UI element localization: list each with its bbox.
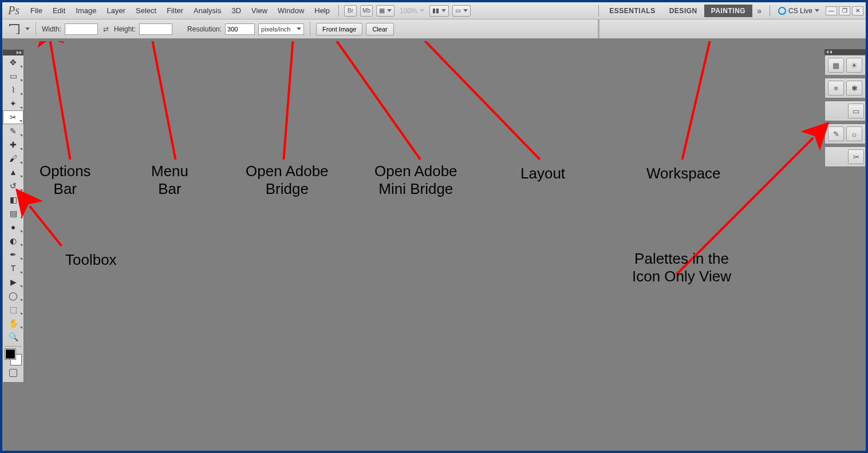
toolbox-collapse-header[interactable] [3,50,23,55]
palette-icon[interactable]: ▦ [828,58,844,73]
palette-group: ▭ [824,101,866,121]
palette-icon[interactable]: ≡ [828,81,844,96]
chevron-down-icon [387,9,392,12]
open-bridge-button[interactable]: Br [344,5,357,17]
zoom-tool[interactable]: 🔍 [3,330,23,344]
pen-tool[interactable]: ✒ [3,248,23,261]
palettes-expand-header[interactable] [824,49,866,55]
palette-group: ✂ [824,146,866,167]
chevron-down-icon[interactable] [25,27,30,30]
menu-view[interactable]: View [246,6,273,15]
path-select-tool[interactable]: ▶ [3,275,23,289]
svg-line-6 [30,206,62,246]
resolution-unit-dropdown[interactable]: pixels/inch [258,23,304,35]
color-swatches[interactable] [5,349,21,365]
palette-group: ▦ ☀ [824,55,866,76]
menu-file[interactable]: File [25,6,48,15]
window-close-button[interactable]: ✕ [852,6,863,15]
crop-tool-icon[interactable] [7,23,22,35]
menu-bar: Ps File Edit Image Layer Select Filter A… [2,2,866,19]
cs-live-icon [778,7,786,15]
foreground-color-swatch[interactable] [5,349,15,359]
clear-button[interactable]: Clear [366,23,393,35]
resolution-input[interactable] [225,23,255,35]
menu-edit[interactable]: Edit [48,6,70,15]
svg-line-1 [147,41,176,160]
menu-3d[interactable]: 3D [226,6,246,15]
zoom-readout[interactable]: 100% [396,7,428,15]
annotation-layout: Layout [520,165,565,182]
screen-mode-dropdown[interactable]: ▮▮ [429,5,449,17]
palettes-dock: ▦ ☀ ≡ ✱ ▭ ✎ ☼ ✂ [824,49,866,169]
arrange-dropdown[interactable]: ▭ [452,5,471,17]
menu-select[interactable]: Select [131,6,161,15]
separator [338,5,339,17]
screen-icon: ▮▮ [432,7,439,14]
annotation-workspace: Workspace [646,165,721,182]
palette-icon[interactable]: ✂ [848,149,864,164]
menu-help[interactable]: Help [309,6,335,15]
3d-tool[interactable]: ⬚ [3,303,23,316]
annotation-menu-bar: MenuBar [151,162,188,198]
menu-image[interactable]: Image [70,6,101,15]
svg-line-5 [682,41,717,160]
options-bar: Width: ⇄ Height: Resolution: pixels/inch… [2,19,866,39]
separator [35,22,36,36]
move-tool[interactable]: ✥ [3,55,23,69]
lasso-tool[interactable]: ⌇ [3,83,23,97]
window-minimize-button[interactable]: — [826,6,837,15]
resolution-label: Resolution: [187,25,222,33]
quick-mask-toggle[interactable] [3,367,23,379]
eyedropper-tool[interactable]: ✎ [3,124,23,138]
arrange-icon: ▭ [455,7,461,14]
layout-dropdown[interactable]: ▦ [376,5,394,17]
toolbox-panel: ✥ ▭ ⌇ ✦ ✂ ✎ ✚ 🖌 ▲ ↺ ◧ ▤ ● ◐ ✒ T ▶ ◯ ⬚ ✋ … [2,49,24,383]
workspace-tab-essentials[interactable]: ESSENTIALS [602,5,662,17]
svg-line-4 [397,41,540,160]
healing-tool[interactable]: ✚ [3,138,23,152]
annotation-mini-bridge: Open AdobeMini Bridge [374,162,457,198]
gradient-tool[interactable]: ▤ [3,206,23,220]
wand-tool[interactable]: ✦ [3,97,23,110]
cs-live-button[interactable]: CS Live [774,7,824,15]
palette-icon[interactable]: ☀ [846,58,862,73]
palette-group: ✎ ☼ [824,124,866,144]
shape-tool[interactable]: ◯ [3,289,23,303]
type-tool[interactable]: T [3,261,23,275]
width-label: Width: [42,25,61,33]
palette-icon[interactable]: ▭ [848,104,864,118]
chevron-down-icon [420,9,424,12]
crop-tool[interactable]: ✂ [3,110,23,124]
chevron-down-icon [463,9,468,12]
menu-window[interactable]: Window [273,6,309,15]
separator [598,5,599,17]
open-mini-bridge-button[interactable]: Mb [360,5,373,17]
marquee-tool[interactable]: ▭ [3,69,23,83]
width-input[interactable] [65,23,98,35]
swap-dimensions-icon[interactable]: ⇄ [101,25,111,34]
separator [598,19,599,38]
svg-line-3 [317,41,420,160]
menu-analysis[interactable]: Analysis [188,6,226,15]
height-input[interactable] [139,23,172,35]
height-label: Height: [114,25,136,33]
stamp-tool[interactable]: ▲ [3,165,23,179]
hand-tool[interactable]: ✋ [3,316,23,330]
palette-icon[interactable]: ✎ [828,126,844,141]
eraser-tool[interactable]: ◧ [3,193,23,206]
dodge-tool[interactable]: ◐ [3,234,23,248]
history-brush-tool[interactable]: ↺ [3,179,23,193]
blur-tool[interactable]: ● [3,220,23,234]
workspace-tab-painting[interactable]: PAINTING [704,5,752,17]
annotation-palettes: Palettes in theIcon Only View [632,250,731,285]
window-restore-button[interactable]: ❐ [839,6,850,15]
menu-layer[interactable]: Layer [102,6,131,15]
palette-icon[interactable]: ☼ [846,126,862,141]
workspace-more-button[interactable]: » [752,6,766,15]
annotation-bridge: Open AdobeBridge [246,162,329,198]
menu-filter[interactable]: Filter [161,6,188,15]
front-image-button[interactable]: Front Image [316,23,362,35]
brush-tool[interactable]: 🖌 [3,152,23,165]
palette-icon[interactable]: ✱ [846,81,862,96]
workspace-tab-design[interactable]: DESIGN [662,5,704,17]
